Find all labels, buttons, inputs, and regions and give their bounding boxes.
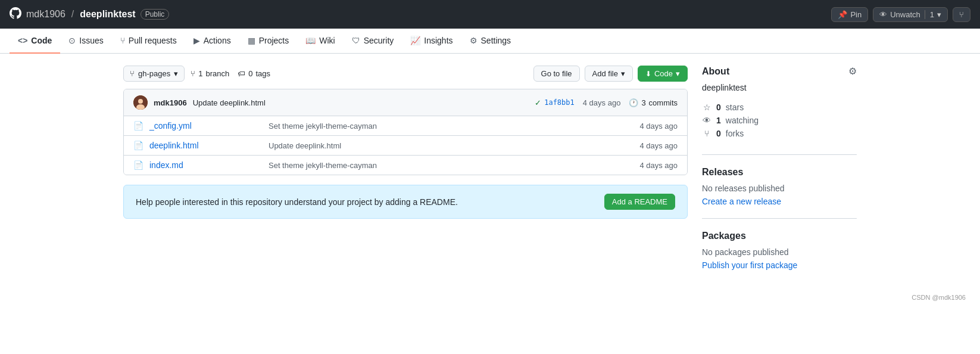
code-chevron-icon: ▾ (676, 69, 680, 78)
pin-label: Pin (850, 10, 862, 19)
chevron-down-icon: ▾ (937, 10, 941, 19)
security-icon: 🛡 (352, 36, 360, 45)
branch-count-link[interactable]: ⑂ 1 branch (191, 69, 229, 78)
stars-count: 0 (716, 103, 721, 112)
tab-pull-requests[interactable]: ⑂ Pull requests (112, 29, 185, 54)
issues-icon: ⊙ (68, 36, 76, 45)
unwatch-button[interactable]: 👁 Unwatch 1 ▾ (873, 7, 948, 22)
topbar: mdk1906 / deeplinktest Public 📌 Pin 👁 Un… (0, 0, 980, 29)
file-name-link[interactable]: index.md (149, 160, 269, 170)
go-to-file-button[interactable]: Go to file (533, 66, 580, 82)
file-icon: 📄 (133, 141, 143, 150)
file-time: 4 days ago (639, 122, 678, 131)
code-label: Code (654, 69, 673, 78)
file-icon: 📄 (133, 160, 143, 170)
add-file-chevron-icon: ▾ (621, 69, 625, 78)
forks-label: forks (726, 129, 744, 138)
forks-icon: ⑂ (702, 129, 711, 138)
file-table: mdk1906 Update deeplink.html ✓ 1af8bb1 4… (123, 89, 688, 175)
commit-row-right: ✓ 1af8bb1 4 days ago 🕐 3 commits (535, 98, 678, 107)
code-icon: <> (18, 36, 27, 45)
add-readme-button[interactable]: Add a README (604, 194, 675, 210)
code-button[interactable]: ⬇ Code ▾ (638, 66, 688, 82)
packages-section: Packages No packages published Publish y… (702, 231, 857, 270)
branch-bar-left: ⑂ gh-pages ▾ ⑂ 1 branch 🏷 0 tags (123, 66, 270, 82)
pin-icon: 📌 (838, 10, 847, 19)
file-time: 4 days ago (639, 141, 678, 150)
add-file-button[interactable]: Add file ▾ (585, 66, 633, 82)
branch-label: branch (205, 69, 229, 78)
insights-icon: 📈 (410, 36, 420, 45)
commit-count-label: commits (649, 98, 678, 107)
about-title: About (702, 66, 729, 77)
stat-row-watching: 👁 1 watching (702, 114, 857, 127)
repo-owner-link[interactable]: mdk1906 (26, 9, 65, 19)
commits-count: 🕐 3 commits (629, 98, 678, 107)
tab-wiki[interactable]: 📖 Wiki (297, 29, 343, 54)
tag-icon: 🏷 (238, 69, 245, 78)
tag-count-link[interactable]: 🏷 0 tags (238, 69, 270, 78)
forks-count: 0 (716, 129, 721, 138)
watching-label: watching (726, 116, 759, 125)
hash-code[interactable]: 1af8bb1 (544, 98, 575, 107)
commit-time: 4 days ago (583, 98, 621, 107)
avatar (133, 95, 148, 110)
tab-issues-label: Issues (79, 36, 103, 45)
about-gear-icon[interactable]: ⚙ (848, 66, 857, 77)
fork-icon: ⑂ (959, 10, 964, 19)
tab-settings-label: Settings (481, 36, 511, 45)
create-release-link[interactable]: Create a new release (702, 197, 781, 206)
readme-banner: Help people interested in this repositor… (123, 185, 688, 219)
table-row: 📄 index.md Set theme jekyll-theme-cayman… (124, 156, 687, 175)
history-icon: 🕐 (629, 98, 638, 107)
stat-row-stars: ☆ 0 stars (702, 101, 857, 114)
file-name-link[interactable]: deeplink.html (149, 141, 269, 150)
file-icon: 📄 (133, 121, 143, 131)
actions-icon: ▶ (193, 36, 200, 45)
tab-settings[interactable]: ⚙ Settings (461, 29, 520, 54)
stat-row-forks: ⑂ 0 forks (702, 127, 857, 140)
pull-requests-icon: ⑂ (120, 36, 125, 45)
file-commit-msg: Set theme jekyll-theme-cayman (269, 161, 639, 170)
commit-row-left: mdk1906 Update deeplink.html (133, 95, 266, 110)
commit-author[interactable]: mdk1906 (154, 98, 187, 107)
tab-insights[interactable]: 📈 Insights (402, 29, 461, 54)
watching-icon: 👁 (702, 116, 711, 125)
repo-content: ⑂ gh-pages ▾ ⑂ 1 branch 🏷 0 tags (123, 66, 688, 270)
tab-projects[interactable]: ▦ Projects (239, 29, 298, 54)
stars-label: stars (726, 103, 744, 112)
divider-2 (702, 218, 857, 219)
about-header: About ⚙ (702, 66, 857, 77)
github-logo-icon (10, 7, 21, 22)
file-commit-msg: Update deeplink.html (269, 141, 639, 150)
file-name-link[interactable]: _config.yml (149, 121, 269, 131)
nav-tabs: <> Code ⊙ Issues ⑂ Pull requests ▶ Actio… (0, 29, 980, 54)
no-releases-text: No releases published (702, 184, 857, 193)
branch-dropdown[interactable]: ⑂ gh-pages ▾ (123, 66, 185, 82)
releases-section: Releases No releases published Create a … (702, 167, 857, 206)
tab-actions[interactable]: ▶ Actions (185, 29, 239, 54)
packages-title: Packages (702, 231, 857, 241)
repo-name-link[interactable]: deeplinktest (80, 9, 135, 20)
add-file-label: Add file (592, 69, 618, 78)
commit-message: Update deeplink.html (193, 98, 266, 107)
branch-info: ⑂ 1 branch 🏷 0 tags (191, 69, 270, 78)
publish-package-link[interactable]: Publish your first package (702, 260, 797, 270)
star-icon: ☆ (702, 103, 711, 112)
tab-code[interactable]: <> Code (10, 29, 60, 54)
file-time: 4 days ago (639, 161, 678, 170)
public-badge: Public (141, 9, 170, 20)
pin-button[interactable]: 📌 Pin (831, 7, 868, 22)
settings-icon: ⚙ (470, 36, 477, 45)
divider (702, 154, 857, 155)
table-row: 📄 deeplink.html Update deeplink.html 4 d… (124, 136, 687, 156)
tag-label: tags (255, 69, 270, 78)
file-commit-msg: Set theme jekyll-theme-cayman (269, 122, 639, 131)
fork-button[interactable]: ⑂ (953, 7, 970, 22)
code-dropdown-icon: ⬇ (645, 70, 651, 78)
tab-insights-label: Insights (424, 36, 452, 45)
tab-security[interactable]: 🛡 Security (344, 29, 402, 54)
tab-issues[interactable]: ⊙ Issues (60, 29, 111, 54)
releases-title: Releases (702, 167, 857, 178)
commit-row: mdk1906 Update deeplink.html ✓ 1af8bb1 4… (124, 89, 687, 116)
